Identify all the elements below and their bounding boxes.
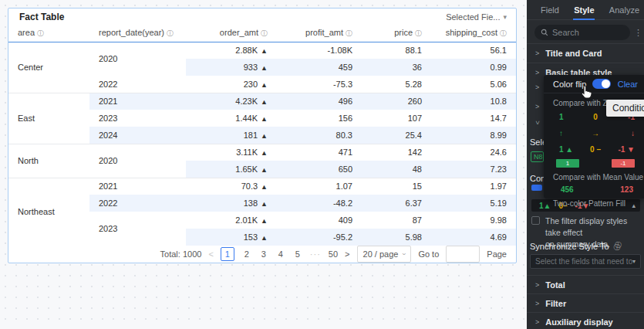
zero-style-chip-option[interactable]: -1: [612, 159, 635, 168]
synchronize-style-select[interactable]: Select the fields that need to be ... ▾: [530, 254, 641, 269]
mean-positive-value[interactable]: 456: [561, 185, 574, 194]
table-cell: 80.3: [277, 127, 362, 144]
select-field-label-fragment: Sele: [530, 137, 544, 147]
fact-table: areaⓘ report_date(year)ⓘ order_amtⓘ prof…: [8, 25, 516, 246]
fact-table-card: Fact Table Selected Fie... ▾ areaⓘ repor…: [8, 8, 517, 263]
chevron-down-icon[interactable]: >: [534, 120, 541, 124]
table-cell: 933▲: [186, 59, 277, 76]
page-number[interactable]: 2: [242, 249, 251, 259]
chevron-right-icon[interactable]: >: [535, 83, 539, 91]
table-cell: 2.88K▲: [186, 42, 277, 59]
page-number[interactable]: 3: [259, 249, 268, 259]
info-icon: ⓘ: [346, 29, 352, 37]
mean-negative-value[interactable]: 123: [620, 185, 633, 194]
table-cell: 471: [277, 144, 362, 161]
page-number[interactable]: 4: [276, 249, 285, 259]
panel-tabs: Field Style Analyze: [527, 0, 644, 20]
col-header-profit-amt[interactable]: profit_amtⓘ: [277, 25, 362, 42]
table-cell: 459: [277, 59, 362, 76]
tab-analyze[interactable]: Analyze: [608, 1, 641, 19]
table-cell: 6.37: [362, 195, 431, 212]
table-cell: 1.07: [277, 178, 362, 195]
info-icon: ⓘ: [415, 29, 422, 37]
table-cell: 2020: [89, 42, 186, 76]
page-number[interactable]: 1: [221, 247, 234, 261]
search-placeholder: Search: [552, 28, 579, 37]
two-color-pattern-label: Two-color Pattern Fill: [544, 194, 644, 209]
col-header-report-date[interactable]: report_date(year)ⓘ: [89, 25, 186, 42]
more-options-icon[interactable]: ⋮: [634, 28, 642, 38]
zero-style-option[interactable]: ↓: [609, 129, 636, 137]
tab-field[interactable]: Field: [539, 1, 561, 19]
goto-page-input[interactable]: [446, 246, 480, 263]
table-cell: 14.7: [431, 110, 516, 127]
zero-style-option[interactable]: 1: [555, 113, 582, 121]
info-icon: ⓘ: [167, 29, 174, 37]
zero-style-option[interactable]: 1 ▲: [555, 145, 582, 154]
up-arrow-icon: ▲: [261, 81, 268, 89]
table-cell: 2022: [89, 76, 186, 93]
table-cell: 1.97: [431, 178, 516, 195]
zero-style-option[interactable]: 0 –: [582, 145, 609, 154]
table-cell: 1.44K▲: [186, 110, 277, 127]
table-cell: 142: [362, 144, 431, 161]
table-cell: 5.06: [431, 76, 516, 93]
section-filter[interactable]: > Filter: [527, 293, 644, 313]
up-arrow-icon: ▲: [261, 149, 268, 157]
zero-style-option[interactable]: →: [582, 129, 609, 137]
clear-button[interactable]: Clear: [618, 80, 638, 89]
table-cell: 7.23: [431, 161, 516, 178]
zero-style-option[interactable]: 0: [582, 113, 609, 121]
section-auxiliary-display[interactable]: > Auxiliary display: [527, 312, 644, 329]
table-cell: 36: [362, 59, 431, 76]
sync-select-placeholder: Select the fields that need to be ...: [535, 257, 632, 266]
chevron-right-icon: >: [535, 281, 539, 289]
tab-style[interactable]: Style: [572, 1, 595, 19]
table-cell: 0.99: [431, 59, 516, 76]
table-cell: 70.3▲: [186, 178, 277, 195]
page-number-list: 12345···50: [221, 247, 338, 261]
search-row: Search ⋮: [527, 24, 644, 41]
table-cell: -75.3: [277, 76, 362, 93]
col-header-order-amt[interactable]: order_amtⓘ: [186, 25, 277, 42]
table-cell: 8.99: [431, 127, 516, 144]
zero-style-chip-option[interactable]: 1: [556, 159, 579, 168]
caret-down-icon: ▾: [503, 13, 507, 21]
col-header-area[interactable]: areaⓘ: [8, 25, 89, 42]
blue-tag-fragment: [531, 185, 542, 191]
table-cell: 230▲: [186, 76, 277, 93]
chevron-right-icon[interactable]: >: [535, 103, 539, 110]
page-number[interactable]: 5: [293, 249, 302, 259]
page-number[interactable]: ···: [310, 249, 321, 259]
filter-note-checkbox[interactable]: [531, 216, 540, 225]
zero-style-option[interactable]: ↑: [555, 129, 582, 137]
color-flip-toggle[interactable]: [592, 79, 611, 89]
col-header-price[interactable]: priceⓘ: [362, 25, 431, 42]
up-arrow-icon: ▲: [261, 200, 268, 208]
chevron-right-icon: >: [535, 300, 539, 307]
section-total[interactable]: > Total: [527, 275, 644, 294]
dashboard-canvas: Fact Table Selected Fie... ▾ areaⓘ repor…: [0, 0, 527, 329]
page-number[interactable]: 50: [329, 249, 338, 259]
table-cell: 2023: [89, 110, 186, 127]
search-input[interactable]: Search: [534, 25, 630, 40]
field-chip-fragment[interactable]: N8: [531, 151, 544, 162]
table-cell: 153▲: [186, 229, 277, 246]
selected-fields-dropdown[interactable]: Selected Fie... ▾: [446, 12, 507, 22]
goto-label: Go to: [418, 249, 439, 259]
table-cell: -1.08K: [277, 42, 362, 59]
up-arrow-icon: ▲: [261, 217, 268, 225]
table-cell: 87: [362, 212, 431, 229]
pager-prev-button[interactable]: <: [208, 249, 213, 259]
info-icon: ⓘ: [500, 29, 507, 37]
table-cell: 260: [362, 93, 431, 110]
pager-next-button[interactable]: >: [345, 249, 349, 259]
page-size-select[interactable]: 20 / page ›: [357, 246, 412, 263]
info-icon: ⓘ: [261, 29, 268, 37]
section-title-and-card[interactable]: > Title and Card: [527, 43, 644, 63]
table-cell: North: [8, 144, 89, 178]
table-cell: 2022: [89, 195, 186, 212]
search-icon: [541, 29, 548, 36]
zero-style-option[interactable]: -1 ▼: [609, 145, 636, 154]
col-header-shipping-cost[interactable]: shipping_costⓘ: [431, 25, 516, 42]
